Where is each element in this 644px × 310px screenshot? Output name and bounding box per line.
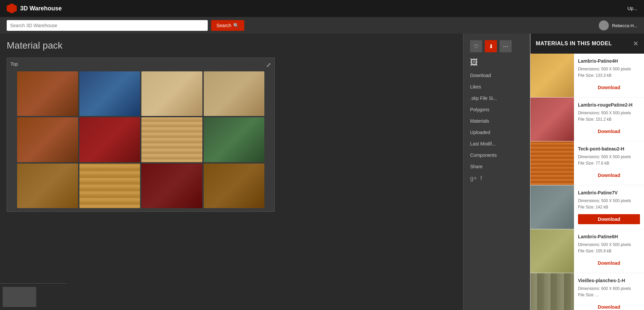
material-download-button-2[interactable]: Download — [578, 170, 640, 180]
material-name-5: Vieilles-planches-1-H — [578, 278, 640, 283]
material-download-button-1[interactable]: Download — [578, 126, 640, 136]
grid-cell-11 — [141, 164, 202, 208]
share-icons: g+ f — [470, 175, 523, 182]
material-download-button-3[interactable]: Download — [578, 214, 640, 224]
material-item: Teck-pont-bateau2-HDimensions: 500 X 500… — [530, 141, 644, 185]
material-thumb-5 — [530, 273, 574, 310]
gplus-icon[interactable]: g+ — [470, 175, 477, 182]
material-name-2: Teck-pont-bateau2-H — [578, 146, 640, 151]
sidebar-item-0[interactable]: Download — [470, 72, 523, 78]
material-thumb-2 — [530, 141, 574, 185]
left-panel: Material pack Top ⤢ — [0, 34, 463, 310]
material-item: Lambris-rougePatine2-HDimensions: 500 X … — [530, 98, 644, 141]
thumb-strip — [0, 283, 67, 310]
sidebar-item-5[interactable]: Uploaded — [470, 129, 523, 135]
material-download-button-4[interactable]: Download — [578, 258, 640, 268]
search-input[interactable] — [7, 20, 208, 31]
sidebar-item-label-5: Uploaded — [470, 130, 490, 135]
material-name-1: Lambris-rougePatine2-H — [578, 102, 640, 108]
material-thumb-1 — [530, 98, 574, 141]
sidebar-items: DownloadLikes.skp File Si...PolygonsMate… — [470, 72, 523, 158]
viewer-label: Top — [10, 61, 18, 67]
materials-panel: MATERIALS IN THIS MODEL ✕ Lambris-Patine… — [530, 34, 644, 310]
sidebar-item-label-2: .skp File Si... — [470, 96, 497, 101]
like-button[interactable]: ♡ — [470, 40, 482, 52]
grid-cell-7 — [141, 117, 202, 162]
grid-cell-2 — [79, 71, 140, 116]
search-bar: Search 🔍 Rebecca H... — [0, 17, 644, 34]
material-name-3: Lambris-Patine7V — [578, 190, 640, 195]
header: 3D Warehouse Up... — [0, 0, 644, 17]
material-dims-3: Dimensions: 500 X 500 pixelsFile Size: 1… — [578, 198, 640, 210]
sidebar-item-3[interactable]: Polygons — [470, 107, 523, 113]
material-dims-1: Dimensions: 500 X 500 pixelsFile Size: 1… — [578, 110, 640, 123]
grid-cell-8 — [204, 117, 265, 162]
model-grid — [7, 58, 274, 211]
grid-cell-6 — [79, 117, 140, 162]
thumb-1[interactable] — [3, 287, 36, 307]
material-dims-0: Dimensions: 500 X 500 pixelsFile Size: 1… — [578, 66, 640, 79]
right-info-sidebar: ♡ ⬇ ⋯ 🖼 DownloadLikes.skp File Si...Poly… — [463, 34, 530, 310]
logo-icon — [7, 3, 17, 13]
materials-title: MATERIALS IN THIS MODEL — [536, 41, 612, 47]
material-dims-4: Dimensions: 500 X 500 pixelsFile Size: 1… — [578, 242, 640, 254]
sidebar-item-label-6: Last Modif... — [470, 141, 496, 146]
sidebar-item-7[interactable]: Components — [470, 152, 523, 158]
sidebar-item-label-0: Download — [470, 73, 491, 78]
material-download-button-5[interactable]: Download — [578, 302, 640, 310]
material-item: Vieilles-planches-1-HDimensions: 600 X 6… — [530, 273, 644, 310]
sidebar-item-label-4: Materials — [470, 118, 489, 124]
grid-cell-10 — [79, 164, 140, 208]
logo-text: 3D Warehouse — [20, 5, 62, 12]
user-name: Rebecca H... — [612, 23, 637, 28]
model-viewer: Top ⤢ — [7, 58, 275, 212]
search-label: Search — [216, 23, 231, 28]
sidebar-item-label-7: Components — [470, 152, 497, 158]
material-item: Lambris-Patine4HDimensions: 500 X 500 pi… — [530, 54, 644, 98]
materials-header: MATERIALS IN THIS MODEL ✕ — [530, 34, 644, 54]
sidebar-item-label-3: Polygons — [470, 107, 490, 112]
sidebar-item-6[interactable]: Last Modif... — [470, 141, 523, 147]
share-label: Share — [470, 164, 482, 169]
grid-cell-9 — [17, 164, 78, 208]
material-info-5: Vieilles-planches-1-HDimensions: 600 X 6… — [574, 273, 644, 310]
material-item: Lambris-Patine6HDimensions: 500 X 500 pi… — [530, 229, 644, 273]
sidebar-item-1[interactable]: Likes — [470, 84, 523, 90]
material-thumb-3 — [530, 185, 574, 229]
sidebar-item-label-1: Likes — [470, 84, 481, 89]
expand-icon[interactable]: ⤢ — [266, 61, 271, 69]
more-button[interactable]: ⋯ — [500, 40, 512, 52]
material-name-4: Lambris-Patine6H — [578, 234, 640, 239]
logo[interactable]: 3D Warehouse — [7, 3, 62, 13]
material-info-1: Lambris-rougePatine2-HDimensions: 500 X … — [574, 98, 644, 141]
close-button[interactable]: ✕ — [633, 40, 639, 48]
download-button[interactable]: ⬇ — [485, 40, 497, 52]
sidebar-item-2[interactable]: .skp File Si... — [470, 95, 523, 101]
material-info-4: Lambris-Patine6HDimensions: 500 X 500 pi… — [574, 229, 644, 273]
action-buttons: ♡ ⬇ ⋯ — [470, 40, 523, 52]
grid-cell-1 — [17, 71, 78, 116]
material-info-0: Lambris-Patine4HDimensions: 500 X 500 pi… — [574, 54, 644, 97]
material-info-2: Teck-pont-bateau2-HDimensions: 500 X 500… — [574, 141, 644, 185]
user-area: Rebecca H... — [599, 20, 637, 30]
material-dims-2: Dimensions: 500 X 500 pixelsFile Size: 7… — [578, 154, 640, 167]
material-item: Lambris-Patine7VDimensions: 500 X 500 pi… — [530, 185, 644, 229]
grid-cell-3 — [141, 71, 202, 116]
grid-cell-5 — [17, 117, 78, 162]
avatar — [599, 20, 609, 30]
material-thumb-0 — [530, 54, 574, 97]
upload-button[interactable]: Up... — [627, 6, 637, 11]
material-name-0: Lambris-Patine4H — [578, 58, 640, 64]
share-item[interactable]: Share — [470, 164, 523, 170]
sidebar-image-icon: 🖼 — [470, 58, 523, 67]
main-content: Material pack Top ⤢ — [0, 34, 644, 310]
search-button[interactable]: Search 🔍 — [211, 20, 244, 31]
grid-cell-4 — [204, 71, 265, 116]
material-dims-5: Dimensions: 600 X 600 pixelsFile Size: .… — [578, 286, 640, 298]
material-info-3: Lambris-Patine7VDimensions: 500 X 500 pi… — [574, 185, 644, 229]
sidebar-item-4[interactable]: Materials — [470, 118, 523, 124]
facebook-icon[interactable]: f — [480, 175, 482, 182]
page-title: Material pack — [7, 40, 456, 51]
material-thumb-4 — [530, 229, 574, 273]
material-download-button-0[interactable]: Download — [578, 82, 640, 92]
